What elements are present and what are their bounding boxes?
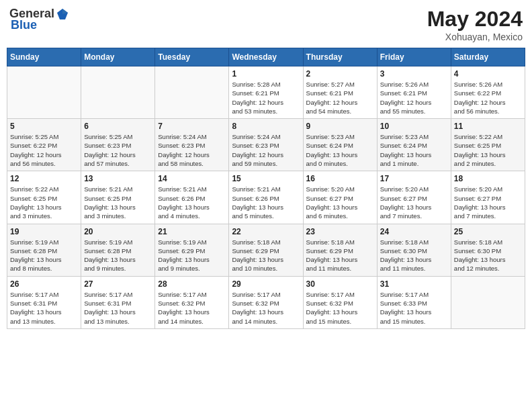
location-subtitle: Xohuayan, Mexico [427, 32, 523, 42]
calendar-cell: 19Sunrise: 5:19 AM Sunset: 6:28 PM Dayli… [7, 224, 81, 276]
month-title: May 2024 [427, 7, 523, 32]
calendar-week-row: 1Sunrise: 5:28 AM Sunset: 6:21 PM Daylig… [7, 66, 525, 119]
day-number: 22 [232, 227, 300, 236]
calendar-cell: 14Sunrise: 5:21 AM Sunset: 6:26 PM Dayli… [155, 171, 229, 224]
day-info: Sunrise: 5:17 AM Sunset: 6:32 PM Dayligh… [306, 290, 374, 326]
day-info: Sunrise: 5:21 AM Sunset: 6:25 PM Dayligh… [84, 185, 152, 220]
day-info: Sunrise: 5:17 AM Sunset: 6:33 PM Dayligh… [380, 290, 448, 326]
calendar-cell: 26Sunrise: 5:17 AM Sunset: 6:31 PM Dayli… [7, 276, 81, 328]
day-info: Sunrise: 5:19 AM Sunset: 6:29 PM Dayligh… [158, 238, 226, 273]
day-number: 23 [306, 227, 374, 236]
day-number: 12 [10, 174, 78, 183]
day-info: Sunrise: 5:25 AM Sunset: 6:23 PM Dayligh… [84, 132, 152, 168]
day-info: Sunrise: 5:18 AM Sunset: 6:30 PM Dayligh… [454, 238, 522, 273]
weekday-header-row: SundayMondayTuesdayWednesdayThursdayFrid… [7, 48, 525, 66]
calendar-cell: 15Sunrise: 5:21 AM Sunset: 6:26 PM Dayli… [229, 171, 303, 224]
day-number: 21 [158, 227, 226, 236]
day-info: Sunrise: 5:21 AM Sunset: 6:26 PM Dayligh… [158, 185, 226, 220]
calendar-cell [7, 66, 81, 119]
day-info: Sunrise: 5:19 AM Sunset: 6:28 PM Dayligh… [10, 238, 78, 273]
day-info: Sunrise: 5:18 AM Sunset: 6:29 PM Dayligh… [306, 238, 374, 273]
calendar-cell: 9Sunrise: 5:23 AM Sunset: 6:24 PM Daylig… [303, 119, 377, 171]
day-info: Sunrise: 5:24 AM Sunset: 6:23 PM Dayligh… [232, 132, 300, 168]
day-info: Sunrise: 5:22 AM Sunset: 6:25 PM Dayligh… [10, 185, 78, 220]
calendar-cell: 2Sunrise: 5:27 AM Sunset: 6:21 PM Daylig… [303, 66, 377, 119]
day-number: 28 [158, 279, 226, 289]
day-number: 19 [10, 227, 78, 236]
calendar-cell: 3Sunrise: 5:26 AM Sunset: 6:21 PM Daylig… [377, 66, 451, 119]
day-number: 1 [232, 69, 300, 79]
calendar-week-row: 5Sunrise: 5:25 AM Sunset: 6:22 PM Daylig… [7, 119, 525, 171]
day-number: 29 [232, 279, 300, 289]
day-number: 5 [10, 122, 78, 131]
calendar-cell: 17Sunrise: 5:20 AM Sunset: 6:27 PM Dayli… [377, 171, 451, 224]
calendar-cell: 4Sunrise: 5:26 AM Sunset: 6:22 PM Daylig… [451, 66, 525, 119]
calendar-week-row: 19Sunrise: 5:19 AM Sunset: 6:28 PM Dayli… [7, 224, 525, 276]
calendar-cell: 23Sunrise: 5:18 AM Sunset: 6:29 PM Dayli… [303, 224, 377, 276]
calendar-cell: 5Sunrise: 5:25 AM Sunset: 6:22 PM Daylig… [7, 119, 81, 171]
day-number: 16 [306, 174, 374, 183]
calendar-cell: 21Sunrise: 5:19 AM Sunset: 6:29 PM Dayli… [155, 224, 229, 276]
logo: General Blue [9, 7, 69, 32]
day-info: Sunrise: 5:24 AM Sunset: 6:23 PM Dayligh… [158, 132, 226, 168]
day-number: 15 [232, 174, 300, 183]
day-number: 6 [84, 122, 152, 131]
weekday-header-wednesday: Wednesday [229, 48, 303, 66]
day-info: Sunrise: 5:21 AM Sunset: 6:26 PM Dayligh… [232, 185, 300, 220]
title-area: May 2024 Xohuayan, Mexico [427, 7, 523, 42]
calendar-cell [155, 66, 229, 119]
logo-blue-text: Blue [11, 18, 37, 32]
day-number: 2 [306, 69, 374, 79]
calendar-cell: 20Sunrise: 5:19 AM Sunset: 6:28 PM Dayli… [81, 224, 155, 276]
calendar-cell: 25Sunrise: 5:18 AM Sunset: 6:30 PM Dayli… [451, 224, 525, 276]
weekday-header-saturday: Saturday [451, 48, 525, 66]
calendar-cell [451, 276, 525, 328]
day-number: 26 [10, 279, 78, 289]
day-info: Sunrise: 5:17 AM Sunset: 6:32 PM Dayligh… [158, 290, 226, 326]
weekday-header-monday: Monday [81, 48, 155, 66]
day-info: Sunrise: 5:26 AM Sunset: 6:22 PM Dayligh… [454, 80, 522, 116]
day-info: Sunrise: 5:27 AM Sunset: 6:21 PM Dayligh… [306, 80, 374, 116]
calendar-week-row: 12Sunrise: 5:22 AM Sunset: 6:25 PM Dayli… [7, 171, 525, 224]
day-info: Sunrise: 5:28 AM Sunset: 6:21 PM Dayligh… [232, 80, 300, 116]
calendar-cell: 7Sunrise: 5:24 AM Sunset: 6:23 PM Daylig… [155, 119, 229, 171]
day-info: Sunrise: 5:17 AM Sunset: 6:31 PM Dayligh… [10, 290, 78, 326]
day-info: Sunrise: 5:20 AM Sunset: 6:27 PM Dayligh… [454, 185, 522, 220]
calendar-cell: 11Sunrise: 5:22 AM Sunset: 6:25 PM Dayli… [451, 119, 525, 171]
day-number: 20 [84, 227, 152, 236]
day-info: Sunrise: 5:22 AM Sunset: 6:25 PM Dayligh… [454, 132, 522, 168]
day-number: 11 [454, 122, 522, 131]
logo-flag-icon [56, 7, 69, 21]
calendar-cell: 29Sunrise: 5:17 AM Sunset: 6:32 PM Dayli… [229, 276, 303, 328]
day-info: Sunrise: 5:23 AM Sunset: 6:24 PM Dayligh… [380, 132, 448, 168]
day-number: 27 [84, 279, 152, 289]
day-number: 10 [380, 122, 448, 131]
weekday-header-thursday: Thursday [303, 48, 377, 66]
calendar-table: SundayMondayTuesdayWednesdayThursdayFrid… [7, 48, 525, 329]
calendar-cell [81, 66, 155, 119]
calendar-cell: 27Sunrise: 5:17 AM Sunset: 6:31 PM Dayli… [81, 276, 155, 328]
day-info: Sunrise: 5:19 AM Sunset: 6:28 PM Dayligh… [84, 238, 152, 273]
day-number: 8 [232, 122, 300, 131]
day-number: 17 [380, 174, 448, 183]
day-number: 3 [380, 69, 448, 79]
calendar-cell: 31Sunrise: 5:17 AM Sunset: 6:33 PM Dayli… [377, 276, 451, 328]
day-info: Sunrise: 5:18 AM Sunset: 6:30 PM Dayligh… [380, 238, 448, 273]
calendar-cell: 6Sunrise: 5:25 AM Sunset: 6:23 PM Daylig… [81, 119, 155, 171]
day-number: 14 [158, 174, 226, 183]
calendar-cell: 18Sunrise: 5:20 AM Sunset: 6:27 PM Dayli… [451, 171, 525, 224]
weekday-header-tuesday: Tuesday [155, 48, 229, 66]
calendar-cell: 10Sunrise: 5:23 AM Sunset: 6:24 PM Dayli… [377, 119, 451, 171]
day-number: 18 [454, 174, 522, 183]
calendar-week-row: 26Sunrise: 5:17 AM Sunset: 6:31 PM Dayli… [7, 276, 525, 328]
calendar-cell: 28Sunrise: 5:17 AM Sunset: 6:32 PM Dayli… [155, 276, 229, 328]
day-info: Sunrise: 5:26 AM Sunset: 6:21 PM Dayligh… [380, 80, 448, 116]
day-info: Sunrise: 5:17 AM Sunset: 6:32 PM Dayligh… [232, 290, 300, 326]
page-header: General Blue May 2024 Xohuayan, Mexico [7, 7, 525, 42]
calendar-cell: 22Sunrise: 5:18 AM Sunset: 6:29 PM Dayli… [229, 224, 303, 276]
calendar-cell: 8Sunrise: 5:24 AM Sunset: 6:23 PM Daylig… [229, 119, 303, 171]
calendar-cell: 12Sunrise: 5:22 AM Sunset: 6:25 PM Dayli… [7, 171, 81, 224]
day-info: Sunrise: 5:18 AM Sunset: 6:29 PM Dayligh… [232, 238, 300, 273]
calendar-cell: 30Sunrise: 5:17 AM Sunset: 6:32 PM Dayli… [303, 276, 377, 328]
day-number: 31 [380, 279, 448, 289]
